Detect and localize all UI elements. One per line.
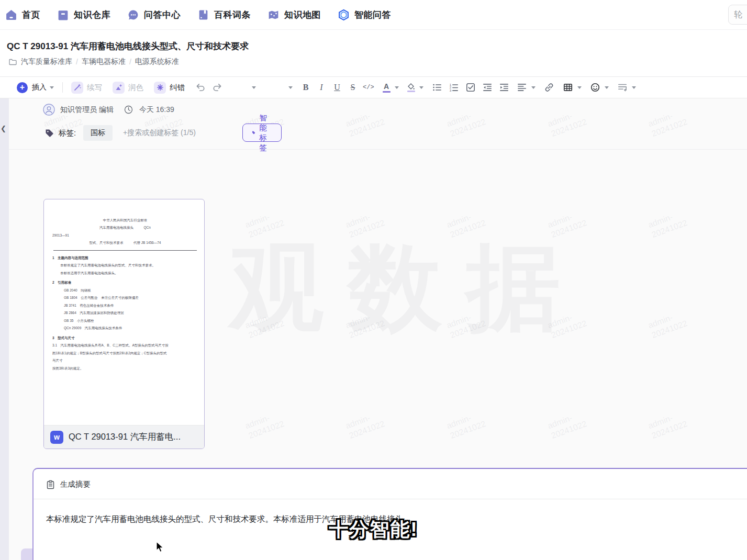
doc-thumb-line — [53, 250, 197, 251]
document-file-footer[interactable]: w QC T 29013-91 汽车用蓄电... — [44, 425, 204, 449]
document-file-name: QC T 29013-91 汽车用蓄电... — [69, 431, 181, 443]
align-dropdown-icon[interactable] — [531, 86, 536, 89]
nav-item-knowledge-map[interactable]: 知识地图 — [267, 9, 321, 21]
collapse-sidebar-arrow[interactable]: ❮ — [1, 125, 6, 132]
line-spacing-dropdown-icon[interactable] — [632, 86, 636, 89]
breadcrumb-separator: / — [129, 58, 131, 66]
book-icon — [197, 9, 209, 21]
strikethrough-button[interactable]: S — [347, 83, 359, 92]
nav-label-ai-qa: 智能问答 — [354, 9, 391, 21]
user-watermark: admin-20241022 — [546, 107, 588, 139]
redo-icon[interactable] — [212, 82, 222, 93]
ai-continue-button[interactable]: 续写 — [71, 82, 102, 94]
clipboard-icon — [46, 480, 55, 489]
link-icon[interactable] — [544, 82, 554, 93]
bullet-list-icon[interactable] — [432, 82, 442, 93]
ai-polish-label: 润色 — [128, 83, 143, 93]
editor-toolbar: + 插入 续写 润色 纠错 B I U — [0, 76, 747, 98]
header-content-divider — [9, 149, 747, 150]
font-color-dropdown-icon[interactable] — [395, 86, 399, 89]
polish-icon — [113, 82, 125, 94]
page-title: QC T 29013-91 汽车用蓄电池电线接头型式、尺寸和技术要求 — [7, 40, 249, 52]
nav-item-knowledge-repo[interactable]: 知识仓库 — [57, 9, 110, 21]
user-watermark: admin-20241022 — [546, 409, 588, 441]
user-watermark: admin-20241022 — [344, 208, 386, 240]
breadcrumb-item[interactable]: 电源系统标准 — [135, 57, 179, 66]
doc-thumb-line: 2 引用标准 — [52, 279, 198, 287]
document-thumbnail-card[interactable]: 中华人民共和国汽车行业标准汽车用蓄电池电线接头 QCn29013—91型式、尺寸… — [43, 199, 205, 449]
emoji-dropdown-icon[interactable] — [605, 86, 609, 89]
tags-label: 标签: — [59, 128, 76, 138]
toolbar-divider — [62, 82, 63, 93]
insert-button[interactable]: + 插入 — [17, 82, 54, 93]
emoji-icon[interactable] — [590, 82, 600, 93]
font-color-letter: A — [384, 83, 389, 90]
breadcrumb-separator: / — [76, 58, 78, 66]
smart-tag-label: 智能标签 — [259, 113, 272, 153]
nav-label-knowledge-map: 知识地图 — [284, 9, 321, 21]
user-watermark: admin-20241022 — [646, 208, 689, 240]
code-button[interactable]: </> — [363, 84, 374, 91]
user-watermark: admin-20241022 — [445, 409, 487, 441]
nav-label-home: 首页 — [22, 9, 40, 21]
archive-icon — [57, 9, 69, 21]
table-icon[interactable] — [563, 82, 573, 93]
nav-label-encyclopedia: 百科词条 — [214, 9, 251, 21]
font-color-button[interactable]: A — [383, 83, 391, 93]
ordered-list-icon[interactable]: 123 — [449, 82, 459, 93]
user-watermark: admin-20241022 — [445, 107, 487, 139]
nav-item-home[interactable]: 首页 — [5, 9, 40, 21]
font-size-dropdown-icon[interactable] — [288, 86, 293, 89]
user-watermark: admin-20241022 — [445, 208, 487, 240]
doc-thumb-line: GB 1804 公差与配合 未注公差尺寸的极限偏差 — [52, 294, 198, 302]
underline-button[interactable]: U — [331, 83, 343, 92]
doc-thumb-line: GB 35 小方头螺栓 — [52, 317, 198, 324]
breadcrumb-item[interactable]: 车辆电器标准 — [82, 57, 126, 66]
doc-thumb-line: JB 3741 有色压铸合金技术条件 — [52, 301, 198, 309]
ai-polish-button[interactable]: 润色 — [113, 82, 143, 94]
task-list-icon[interactable] — [465, 82, 476, 93]
nav-label-knowledge-repo: 知识仓库 — [74, 9, 110, 21]
smart-tag-button[interactable]: 智能标签 — [242, 124, 282, 142]
table-dropdown-icon[interactable] — [577, 86, 582, 89]
floating-handle[interactable] — [21, 548, 32, 560]
line-spacing-icon[interactable] — [617, 82, 628, 93]
document-header: QC T 29013-91 汽车用蓄电池电线接头型式、尺寸和技术要求 汽车质量标… — [0, 30, 747, 76]
highlight-icon — [407, 83, 415, 89]
doc-thumb-line: 型式、尺寸和技术要求 代替 JB 1456—74 — [52, 239, 198, 247]
user-watermark: admin-20241022 — [646, 107, 689, 139]
style-dropdown-icon[interactable] — [252, 86, 256, 89]
folder-icon — [8, 58, 17, 66]
add-tag-input[interactable]: +搜索或创建标签 (1/5) — [123, 128, 196, 138]
nav-item-qa-center[interactable]: 问答中心 — [127, 9, 181, 21]
tag-chip[interactable]: 国标 — [83, 125, 113, 141]
outdent-icon[interactable] — [482, 82, 493, 93]
doc-thumb-line: 汽车用蓄电池电线接头 QCn — [52, 224, 198, 232]
breadcrumb-item[interactable]: 汽车质量标准库 — [21, 57, 72, 66]
sparkle-icon — [154, 82, 166, 94]
doc-thumb-line: 与尺寸 — [52, 357, 198, 365]
user-watermark: admin-20241022 — [344, 107, 386, 139]
doc-thumb-line: 本标准适用于汽车用蓄电池电线接头。 — [52, 269, 198, 277]
align-icon[interactable] — [517, 82, 527, 93]
bold-button[interactable]: B — [300, 83, 311, 92]
indent-icon[interactable] — [499, 82, 509, 93]
nav-item-ai-qa[interactable]: 智能问答 — [338, 9, 391, 21]
summary-body-text: 本标准规定了汽车用蓄电池电线接头的型式、尺寸和技术要求。本标准适用于汽车用蓄电池… — [34, 499, 505, 526]
video-caption: 十分智能! — [329, 517, 418, 543]
ai-correct-button[interactable]: 纠错 — [154, 82, 185, 94]
summary-card: 生成摘要 本标准规定了汽车用蓄电池电线接头的型式、尺寸和技术要求。本标准适用于汽… — [32, 468, 747, 560]
undo-icon[interactable] — [195, 82, 206, 93]
font-color-bar — [383, 91, 391, 93]
document-content-area: admin-20241022admin-20241022admin-202410… — [0, 98, 747, 560]
clock-icon — [124, 105, 133, 114]
user-watermark: admin-20241022 — [243, 409, 286, 441]
highlight-dropdown-icon[interactable] — [419, 86, 423, 89]
chevron-down-icon — [50, 86, 54, 89]
nav-right-button[interactable]: 轮 — [728, 5, 747, 25]
italic-button[interactable]: I — [316, 83, 327, 92]
document-thumbnail-page: 中华人民共和国汽车行业标准汽车用蓄电池电线接头 QCn29013—91型式、尺寸… — [52, 199, 198, 372]
doc-thumb-line: 1 主题内容与适用范围 — [52, 254, 198, 262]
nav-item-encyclopedia[interactable]: 百科词条 — [197, 9, 251, 21]
highlight-color-button[interactable] — [407, 83, 415, 92]
